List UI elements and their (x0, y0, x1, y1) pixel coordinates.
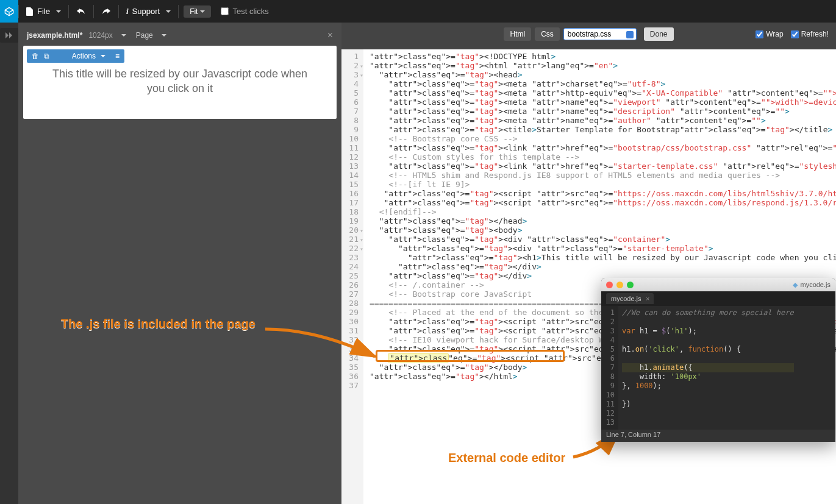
window-minimize-icon[interactable] (616, 282, 623, 288)
editor-gutter: 1234567891011121314151617181920212223242… (341, 49, 363, 504)
wrap-toggle[interactable]: Wrap (756, 30, 783, 38)
js-file-icon: ◆ (793, 281, 798, 289)
top-toolbar: File i Support Fit Test clicks (0, 0, 836, 23)
refresh-label: Refresh! (801, 30, 829, 38)
arrow-left (262, 323, 384, 366)
close-icon[interactable]: × (646, 295, 649, 302)
window-zoom-icon[interactable] (627, 282, 634, 288)
window-titlebar[interactable]: ◆mycode.js (601, 278, 835, 291)
redo-icon (101, 7, 111, 16)
editor-body[interactable]: 12345678910111213 //We can do something … (601, 306, 835, 430)
file-menu[interactable]: File (19, 0, 68, 23)
window-close-icon[interactable] (606, 282, 613, 288)
info-icon: i (126, 7, 129, 16)
preview-canvas[interactable]: 🗑 ⧉ Actions ≡ This title will be resized… (23, 46, 337, 119)
redo-button[interactable] (94, 0, 118, 23)
test-clicks-toggle[interactable]: Test clicks (221, 7, 268, 16)
window-title: mycode.js (800, 281, 831, 288)
chevron-down-icon (162, 34, 166, 37)
done-button[interactable]: Done (644, 27, 674, 41)
undo-icon (76, 7, 86, 16)
undo-button[interactable] (69, 0, 93, 23)
chevron-down-icon (200, 10, 205, 13)
copy-icon[interactable]: ⧉ (44, 52, 49, 60)
chevron-down-icon (101, 55, 105, 57)
test-clicks-checkbox[interactable] (221, 7, 229, 15)
wrap-checkbox[interactable] (756, 30, 763, 38)
refresh-toggle[interactable]: Refresh! (791, 30, 829, 38)
page-dropdown[interactable]: Page (136, 31, 153, 40)
document-filename[interactable]: jsexample.html* (27, 31, 82, 40)
sidebar-collapse-button[interactable] (0, 28, 18, 43)
annotation-left: The .js file is included in the page (61, 317, 255, 331)
highlight-box (376, 350, 565, 362)
refresh-checkbox[interactable] (791, 30, 799, 38)
css-file-select[interactable]: bootstrap.css (563, 28, 637, 40)
zoom-fit-label: Fit (190, 7, 198, 16)
wrap-label: Wrap (766, 30, 783, 38)
support-menu-label: Support (132, 7, 160, 16)
test-clicks-label: Test clicks (232, 7, 268, 16)
actions-dropdown[interactable]: Actions (72, 52, 105, 60)
sublime-gutter: 12345678910111213 (601, 306, 618, 430)
preview-tabstrip: jsexample.html* 1024px Page × (23, 27, 337, 46)
chevron-right-double-icon (5, 32, 13, 38)
editor-tab-label: mycode.js (611, 295, 641, 302)
preview-pane: jsexample.html* 1024px Page × 🗑 ⧉ Action… (18, 23, 341, 504)
preview-h1[interactable]: This title will be resized by our Javasc… (27, 63, 333, 96)
editor-statusbar: Line 7, Column 17 (601, 430, 835, 442)
preview-width-dropdown[interactable]: 1024px (88, 31, 112, 40)
element-toolbar: 🗑 ⧉ Actions ≡ (27, 49, 124, 63)
support-menu[interactable]: i Support (119, 0, 178, 23)
file-icon (26, 7, 34, 16)
css-tab-button[interactable]: Css (535, 27, 560, 41)
chevron-down-icon (56, 10, 61, 13)
chevron-down-icon (121, 34, 126, 37)
editor-tab[interactable]: mycode.js × (606, 293, 654, 304)
menu-icon[interactable]: ≡ (115, 52, 120, 60)
editor-tabs: mycode.js × (601, 291, 835, 306)
annotation-right: External code editor (448, 451, 565, 465)
external-editor-window: ◆mycode.js mycode.js × 12345678910111213… (601, 278, 835, 442)
zoom-fit-dropdown[interactable]: Fit (184, 5, 211, 18)
chevron-down-icon (166, 10, 171, 13)
close-tab-button[interactable]: × (327, 30, 333, 41)
trash-icon[interactable]: 🗑 (32, 52, 39, 60)
html-tab-button[interactable]: Html (504, 27, 531, 41)
file-menu-label: File (37, 7, 50, 16)
sublime-code[interactable]: //We can do something more special here … (618, 306, 798, 430)
app-logo-icon[interactable] (0, 0, 18, 23)
actions-label: Actions (72, 52, 96, 60)
